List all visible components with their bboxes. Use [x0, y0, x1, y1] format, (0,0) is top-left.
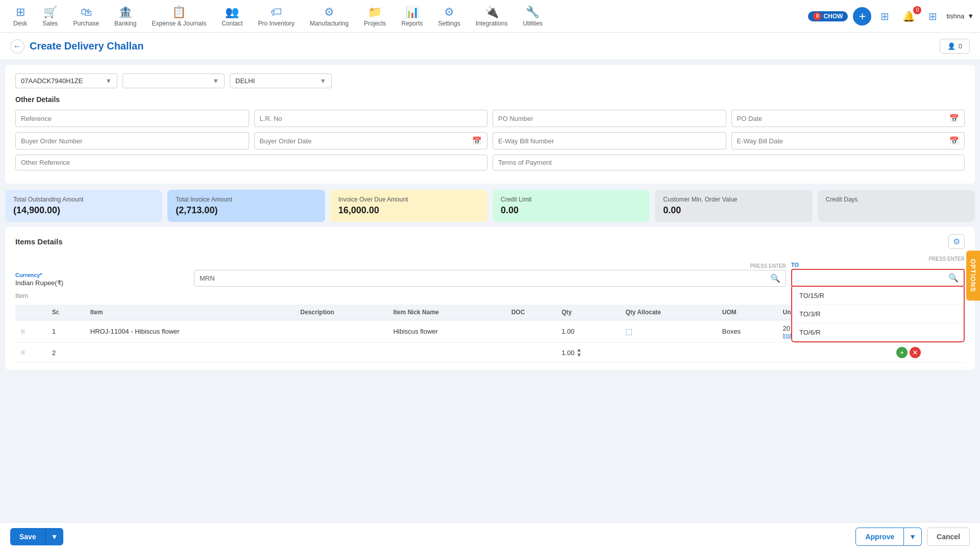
purchase-icon: 🛍	[81, 6, 92, 19]
col-description: Description	[296, 305, 388, 320]
approve-dropdown-button[interactable]: ▼	[904, 528, 922, 546]
other-reference-input[interactable]	[21, 159, 482, 166]
nav-expense-journals[interactable]: 📋 Expense & Journals	[144, 3, 213, 30]
mrn-input[interactable]	[218, 274, 767, 282]
reference-input[interactable]	[21, 115, 243, 122]
approve-button-group: Approve ▼	[855, 528, 922, 546]
to-option-1[interactable]: TO/15/R	[792, 287, 964, 305]
cancel-button[interactable]: Cancel	[927, 528, 970, 546]
lr-no-input[interactable]	[260, 115, 482, 122]
drag-handle-2[interactable]: ≡	[20, 348, 25, 357]
terms-of-payment-input[interactable]	[498, 159, 959, 166]
desk-icon: ⊞	[16, 6, 25, 19]
save-dropdown-button[interactable]: ▼	[45, 528, 63, 545]
page-header: ← Create Delivery Challan 👤 0	[0, 33, 980, 60]
nav-pro-inventory[interactable]: 🏷 Pro Inventory	[251, 3, 302, 30]
sales-icon: 🛒	[43, 6, 57, 19]
nav-projects[interactable]: 📁 Projects	[357, 3, 393, 30]
nick-name-1: Hibiscus flower	[388, 320, 506, 343]
invoice-label: Total Invoice Amount	[176, 196, 316, 203]
eway-bill-date-field[interactable]: 📅	[731, 132, 965, 149]
table-row: ≡ 2 1.00 ▲ ▼	[15, 343, 965, 363]
summary-card-outstanding: Total Outstanding Amount (14,900.00)	[5, 190, 162, 222]
buyer-order-date-calendar-icon[interactable]: 📅	[472, 136, 482, 145]
summary-card-invoice: Total Invoice Amount (2,713.00)	[167, 190, 325, 222]
chow-count: 0	[813, 12, 821, 20]
qty-allocate-1: ⬚	[620, 320, 717, 343]
to-field[interactable]: 🔍	[791, 269, 965, 287]
lr-no-field[interactable]	[254, 110, 488, 127]
po-number-input[interactable]	[498, 115, 721, 122]
currency-label: Currency*	[15, 272, 189, 278]
item-2	[85, 343, 296, 363]
options-sidebar-tab[interactable]: OPTIONS	[966, 251, 980, 300]
eway-bill-number-field[interactable]	[493, 132, 726, 149]
eway-bill-date-input[interactable]	[737, 137, 947, 145]
po-date-input[interactable]	[737, 115, 947, 122]
desc-2	[296, 343, 388, 363]
drag-handle-1[interactable]: ≡	[20, 327, 25, 336]
po-date-field[interactable]: 📅	[731, 110, 965, 127]
col-qty-allocate: Qty Allocate	[620, 305, 717, 320]
terms-of-payment-field[interactable]	[493, 155, 965, 170]
mrn-search-icon[interactable]: 🔍	[770, 273, 780, 283]
remove-row-btn-2[interactable]: ✕	[910, 347, 921, 358]
external-link-icon-1[interactable]: ⬚	[625, 327, 632, 336]
to-input[interactable]	[797, 274, 945, 282]
user-menu[interactable]: tishna ▼	[946, 12, 974, 20]
sr-1: 1	[47, 320, 85, 343]
buyer-order-number-field[interactable]	[15, 132, 249, 149]
reference-field[interactable]	[15, 110, 249, 127]
form-area: 07AADCK7940H1ZE ▼ ▼ DELHI ▼ Other Detail…	[5, 65, 975, 184]
po-date-calendar-icon[interactable]: 📅	[949, 114, 959, 123]
middle-dropdown[interactable]: ▼	[122, 73, 225, 88]
nav-purchase[interactable]: 🛍 Purchase	[66, 3, 106, 30]
to-option-2[interactable]: TO/3/R	[792, 305, 964, 323]
nav-settings[interactable]: ⚙ Settings	[431, 3, 467, 30]
currency-field: Currency* Indian Rupee(₹)	[15, 272, 189, 287]
buyer-order-date-input[interactable]	[260, 137, 470, 145]
grid-view-button[interactable]: ⊞	[924, 8, 941, 24]
save-button[interactable]: Save	[10, 528, 45, 545]
nav-utilities[interactable]: 🔧 Utilities	[516, 3, 550, 30]
notification-badge: 0	[913, 6, 921, 14]
items-settings-button[interactable]: ⚙	[948, 234, 965, 249]
col-doc: DOC	[506, 305, 557, 320]
po-number-field[interactable]	[493, 110, 726, 127]
add-row-btn-2[interactable]: +	[896, 347, 908, 358]
notification-wrapper: 🔔 0	[898, 8, 919, 24]
nav-reports[interactable]: 📊 Reports	[394, 3, 430, 30]
gst-number-dropdown[interactable]: 07AADCK7940H1ZE ▼	[15, 73, 117, 88]
col-sr: Sr.	[47, 305, 85, 320]
qty-stepper-2[interactable]: ▲ ▼	[577, 347, 582, 358]
approve-button[interactable]: Approve	[855, 528, 904, 546]
qty-down-2[interactable]: ▼	[577, 353, 582, 358]
nav-manufacturing[interactable]: ⚙ Manufacturing	[303, 3, 356, 30]
to-search-icon[interactable]: 🔍	[948, 273, 959, 283]
to-option-3[interactable]: TO/6/R	[792, 323, 964, 341]
eway-bill-date-calendar-icon[interactable]: 📅	[949, 136, 959, 145]
credit-limit-value: 0.00	[501, 205, 642, 216]
username-label: tishna	[946, 12, 964, 20]
add-button[interactable]: +	[853, 7, 871, 26]
nav-contact[interactable]: 👥 Contact	[214, 3, 250, 30]
back-button[interactable]: ←	[10, 39, 24, 54]
collaborators-button[interactable]: 👤 0	[940, 39, 970, 54]
user-dropdown-arrow: ▼	[967, 12, 974, 20]
summary-row: Total Outstanding Amount (14,900.00) Tot…	[5, 190, 975, 222]
mrn-press-enter-label: PRESS ENTER	[194, 263, 786, 269]
state-dropdown[interactable]: DELHI ▼	[230, 73, 332, 88]
nav-banking[interactable]: 🏦 Banking	[107, 3, 143, 30]
nav-desk[interactable]: ⊞ Desk	[6, 3, 34, 30]
nav-table-icon-btn[interactable]: ⊞	[876, 8, 893, 24]
eway-bill-number-input[interactable]	[498, 137, 721, 145]
nav-integrations[interactable]: 🔌 Integrations	[469, 3, 515, 30]
buyer-order-date-field[interactable]: 📅	[254, 132, 488, 149]
nick-name-2	[388, 343, 506, 363]
nav-sales[interactable]: 🛒 Sales	[35, 3, 65, 30]
other-reference-field[interactable]	[15, 155, 487, 170]
mrn-field[interactable]: MRN 🔍	[194, 270, 786, 287]
items-controls: Currency* Indian Rupee(₹) PRESS ENTER MR…	[15, 256, 965, 287]
doc-1	[506, 320, 557, 343]
buyer-order-number-input[interactable]	[21, 137, 243, 145]
